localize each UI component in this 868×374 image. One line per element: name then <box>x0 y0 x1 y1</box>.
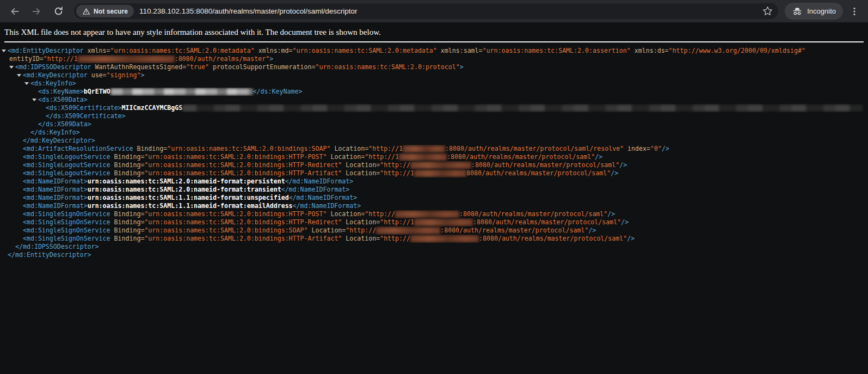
xml-tag: </md:NameIDFormat> <box>285 177 354 185</box>
incognito-icon <box>792 6 803 17</box>
not-secure-chip[interactable]: Not secure <box>76 5 134 17</box>
security-status-label: Not secure <box>94 8 128 15</box>
reload-button[interactable] <box>49 2 67 21</box>
xml-line: <md:NameIDFormat>urn:oasis:names:tc:SAML… <box>0 186 868 194</box>
xml-tag: <md:NameIDFormat> <box>23 177 88 185</box>
xml-line: <md:IDPSSODescriptor WantAuthnRequestsSi… <box>0 63 868 71</box>
xml-tag: </md:NameIDFormat> <box>293 202 361 210</box>
reload-icon <box>53 6 64 16</box>
xml-attribute-value: "urn:oasis:names:tc:SAML:2.0:bindings:HT… <box>144 169 342 177</box>
xml-attribute-name: Location= <box>327 210 365 218</box>
expand-collapse-arrow[interactable] <box>24 82 29 85</box>
xml-attribute-value: "0" <box>650 145 662 152</box>
xml-attribute-name: Location= <box>327 153 365 161</box>
xml-attribute-value: "http://1 <box>365 153 399 161</box>
xml-attribute-name: Binding= <box>110 226 145 234</box>
xml-attribute-value: "http://1 <box>380 169 414 177</box>
xml-tag: /> <box>611 169 618 177</box>
xml-attribute-name: Binding= <box>110 218 145 226</box>
xml-line: </ds:KeyInfo> <box>0 128 868 137</box>
xml-viewer-message: This XML file does not appear to have an… <box>0 22 868 40</box>
expand-collapse-arrow[interactable] <box>9 66 14 69</box>
xml-line: <md:ArtifactResolutionService Binding="u… <box>0 145 868 153</box>
redacted-url-blur <box>414 219 473 226</box>
xml-attribute-value: "http:// <box>380 235 410 242</box>
xml-attribute-name: Location= <box>342 169 380 177</box>
xml-attribute-value: 8080/auth/realms/master/protocol/saml" <box>466 169 611 177</box>
xml-text-content: urn:oasis:names:tc:SAML:2.0:nameid-forma… <box>88 177 285 185</box>
xml-attribute-value: "http:// <box>365 210 395 218</box>
xml-tag: > <box>460 63 464 71</box>
xml-tag: </md:IDPSSODescriptor> <box>15 243 99 250</box>
xml-attribute-value: "urn:oasis:names:tc:SAML:2.0:assertion" <box>483 47 631 54</box>
xml-attribute-name: Binding= <box>133 145 167 152</box>
xml-tag: <md:SingleLogoutService <box>23 169 110 177</box>
xml-tag: <md:KeyDescriptor <box>23 71 88 79</box>
xml-line: <md:SingleLogoutService Binding="urn:oas… <box>0 169 868 177</box>
xml-attribute-value: "http:// <box>346 226 376 234</box>
xml-attribute-name: Binding= <box>110 235 145 242</box>
xml-tag: /> <box>607 210 615 218</box>
xml-attribute-name: Location= <box>330 145 368 152</box>
redacted-url-blur <box>414 170 466 177</box>
xml-tag: <md:EntityDescriptor <box>8 47 84 54</box>
xml-tag: <md:NameIDFormat> <box>23 186 88 193</box>
xml-attribute-value: "urn:oasis:names:tc:SAML:2.0:bindings:HT… <box>144 210 327 218</box>
xml-attribute-value: "http://1 <box>368 145 403 152</box>
xml-line: </ds:X509Certificate> <box>0 112 868 120</box>
xml-line: <ds:X509Certificate>MIICmzCCAYMCBgGS <box>0 104 868 112</box>
xml-line: <md:SingleSignOnService Binding="urn:oas… <box>0 210 868 218</box>
xml-tag: </md:NameIDFormat> <box>289 194 358 201</box>
xml-viewer-page: This XML file does not appear to have an… <box>0 22 868 259</box>
redacted-url-blur <box>410 162 471 169</box>
incognito-label: Incognito <box>807 7 836 15</box>
xml-attribute-value: :8080/auth/realms/master/protocol/saml" <box>471 161 619 169</box>
xml-tag: <md:SingleSignOnService <box>23 226 110 234</box>
xml-attribute-name: Location= <box>342 161 380 169</box>
browser-menu-button[interactable] <box>846 3 863 20</box>
back-button[interactable] <box>5 2 24 21</box>
xml-line: <md:SingleSignOnService Binding="urn:oas… <box>0 218 868 226</box>
url-text: 110.238.102.135:8080/auth/realms/master/… <box>139 7 760 15</box>
xml-tag: </md:KeyDescriptor> <box>23 137 95 144</box>
warning-triangle-icon <box>82 8 90 15</box>
xml-line: <md:NameIDFormat>urn:oasis:names:tc:SAML… <box>0 202 868 210</box>
xml-tag: <md:SingleLogoutService <box>23 161 110 169</box>
bookmark-button[interactable] <box>760 4 775 19</box>
xml-attribute-value: :8080/auth/realms/master" <box>175 55 270 63</box>
xml-attribute-value: :8080/auth/realms/master/protocol/saml" <box>459 210 607 218</box>
bookmark-star-icon <box>762 6 773 16</box>
kebab-menu-icon <box>849 7 859 16</box>
xml-tag: /> <box>662 145 669 152</box>
xml-attribute-value: :8080/auth/realms/master/protocol/saml" <box>479 235 627 242</box>
redacted-certificate-blur <box>182 105 863 112</box>
xml-attribute-name: xmlns:saml= <box>437 47 483 54</box>
xml-tag: /> <box>619 161 627 169</box>
xml-attribute-name: Location= <box>342 235 380 242</box>
forward-button[interactable] <box>27 2 46 21</box>
address-bar[interactable]: Not secure 110.238.102.135:8080/auth/rea… <box>74 3 778 19</box>
xml-tag: <ds:X509Certificate> <box>46 104 122 112</box>
expand-collapse-arrow[interactable] <box>2 50 6 52</box>
xml-tag: </ds:X509Data> <box>38 120 91 128</box>
browser-toolbar: Not secure 110.238.102.135:8080/auth/rea… <box>0 0 868 22</box>
xml-attribute-name: Binding= <box>110 169 145 177</box>
xml-text-content: urn:oasis:names:tc:SAML:1.1:nameid-forma… <box>88 194 289 201</box>
xml-attribute-name: xmlns:ds= <box>631 47 669 54</box>
xml-line: <ds:KeyName>bQrETWO</ds:KeyName> <box>0 88 868 96</box>
expand-collapse-arrow[interactable] <box>17 74 21 77</box>
xml-line: <ds:KeyInfo> <box>0 79 868 88</box>
xml-text-content: urn:oasis:names:tc:SAML:1.1:nameid-forma… <box>88 202 293 210</box>
redacted-url-blur <box>78 56 175 63</box>
expand-collapse-arrow[interactable] <box>32 99 36 101</box>
redacted-url-blur <box>403 145 445 152</box>
xml-line: <md:SingleLogoutService Binding="urn:oas… <box>0 161 868 169</box>
redacted-keyname-blur <box>110 88 253 95</box>
redacted-url-blur <box>399 154 447 161</box>
xml-line: <md:NameIDFormat>urn:oasis:names:tc:SAML… <box>0 177 868 186</box>
redacted-url-blur <box>410 235 479 242</box>
xml-text-content: MIICmzCCAYMCBgGS <box>122 104 183 112</box>
xml-tag: <ds:KeyInfo> <box>30 79 76 87</box>
incognito-badge: Incognito <box>785 3 843 20</box>
xml-line: <md:NameIDFormat>urn:oasis:names:tc:SAML… <box>0 194 868 202</box>
